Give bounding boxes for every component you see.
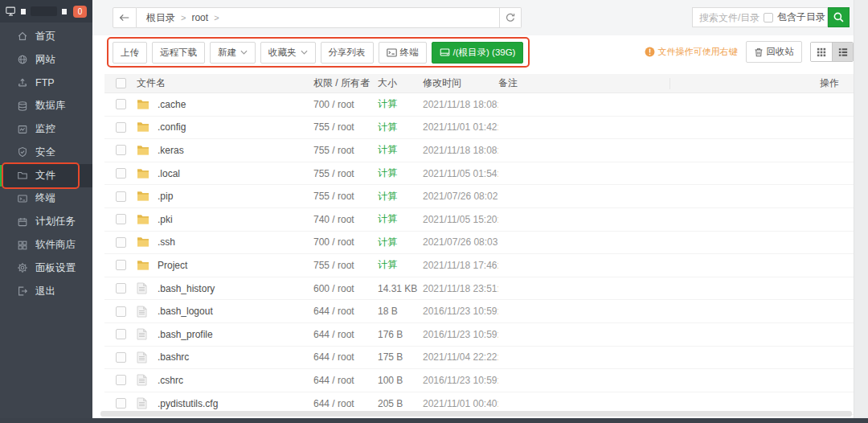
file-size[interactable]: 计算 <box>378 121 423 134</box>
list-view-button[interactable] <box>832 43 853 61</box>
sidebar-item-website[interactable]: 网站 <box>0 48 92 72</box>
folder-icon <box>137 214 149 225</box>
file-name[interactable]: Project <box>158 260 187 271</box>
file-modified-time: 2016/11/23 10:59:13 <box>423 329 498 340</box>
file-size[interactable]: 18 B <box>378 306 423 317</box>
file-name[interactable]: .cshrc <box>158 375 183 386</box>
file-modified-time: 2021/11/01 01:42:43 <box>423 121 498 133</box>
file-size[interactable]: 计算 <box>378 258 423 272</box>
file-size[interactable]: 计算 <box>378 166 423 180</box>
file-name[interactable]: .bash_history <box>158 283 215 294</box>
table-row[interactable]: Project 755 / root 计算 2021/11/18 17:46:1… <box>104 254 854 277</box>
table-row[interactable]: .config 755 / root 计算 2021/11/01 01:42:4… <box>104 117 854 140</box>
row-checkbox[interactable] <box>116 191 126 202</box>
new-button[interactable]: 新建 <box>210 42 256 64</box>
select-all-checkbox[interactable] <box>116 78 126 88</box>
file-name[interactable]: .local <box>158 168 180 179</box>
row-checkbox[interactable] <box>116 122 126 133</box>
folder-icon <box>137 121 149 133</box>
table-row[interactable]: .bash_logout 644 / root 18 B 2016/11/23 … <box>104 300 854 323</box>
table-row[interactable]: .bashrc 644 / root 175 B 2021/11/04 22:2… <box>104 347 854 370</box>
file-modified-time: 2021/11/01 00:40:06 <box>423 398 498 409</box>
refresh-button[interactable] <box>500 7 522 28</box>
row-checkbox[interactable] <box>116 214 126 224</box>
table-row[interactable]: .ssh 700 / root 计算 2021/07/26 08:03:51 <box>104 232 854 255</box>
remote-download-button[interactable]: 远程下载 <box>152 42 205 64</box>
table-row[interactable]: .local 755 / root 计算 2021/11/05 01:54:08 <box>104 162 854 186</box>
sidebar-item-appstore[interactable]: 软件商店 <box>0 233 92 257</box>
sidebar-item-settings[interactable]: 面板设置 <box>0 257 92 280</box>
file-name[interactable]: .bash_logout <box>158 306 213 317</box>
file-permission-owner: 700 / root <box>313 236 378 248</box>
home-icon <box>17 31 28 42</box>
sidebar-item-cron[interactable]: 计划任务 <box>0 210 92 233</box>
file-name[interactable]: .pki <box>158 214 173 225</box>
file-name[interactable]: .pip <box>158 191 173 202</box>
horizontal-scrollbar[interactable] <box>100 411 852 417</box>
row-checkbox[interactable] <box>116 237 126 248</box>
file-size[interactable]: 计算 <box>378 97 423 111</box>
notification-badge[interactable]: 0 <box>73 6 87 18</box>
share-list-button[interactable]: 分享列表 <box>321 42 374 64</box>
file-size[interactable]: 176 B <box>378 329 423 340</box>
sidebar-item-database[interactable]: 数据库 <box>0 94 92 117</box>
file-size[interactable]: 175 B <box>378 351 423 363</box>
row-checkbox[interactable] <box>116 283 126 294</box>
row-checkbox[interactable] <box>116 145 126 155</box>
sidebar-item-monitor[interactable]: 监控 <box>0 117 92 141</box>
breadcrumb-root[interactable]: 根目录 <box>146 11 175 25</box>
file-size[interactable]: 计算 <box>378 143 423 157</box>
row-checkbox[interactable] <box>116 306 126 317</box>
sidebar-item-home[interactable]: 首页 <box>0 25 92 48</box>
table-row[interactable]: .pki 740 / root 计算 2021/11/05 15:20:26 <box>104 208 854 232</box>
row-checkbox[interactable] <box>116 398 126 409</box>
file-modified-time: 2021/11/05 01:54:08 <box>423 168 498 179</box>
header-modified-time[interactable]: 修改时间 <box>423 76 498 90</box>
table-row[interactable]: .keras 755 / root 计算 2021/11/18 18:08:35 <box>104 139 854 162</box>
file-name[interactable]: .cache <box>158 99 186 110</box>
breadcrumb-segment[interactable]: root <box>191 12 208 23</box>
row-checkbox[interactable] <box>116 168 126 179</box>
search-button[interactable] <box>828 7 850 27</box>
sidebar-item-logout[interactable]: 退出 <box>0 280 92 303</box>
table-row[interactable]: .pip 755 / root 计算 2021/07/26 08:02:15 <box>104 185 854 208</box>
upload-button[interactable]: 上传 <box>113 42 147 64</box>
file-permission-owner: 644 / root <box>313 351 378 363</box>
sidebar-item-files[interactable]: 文件 <box>0 164 92 187</box>
table-row[interactable]: .cshrc 644 / root 100 B 2016/11/23 10:59… <box>104 369 854 392</box>
file-size[interactable]: 计算 <box>378 190 423 203</box>
file-size[interactable]: 14.31 KB <box>378 283 423 294</box>
row-checkbox[interactable] <box>116 99 126 109</box>
file-name[interactable]: .ssh <box>158 236 175 248</box>
row-checkbox[interactable] <box>116 352 126 363</box>
sidebar-item-ftp[interactable]: FTP <box>0 72 92 95</box>
table-row[interactable]: .bash_profile 644 / root 176 B 2016/11/2… <box>104 323 854 347</box>
back-button[interactable] <box>113 7 137 28</box>
include-subdir-checkbox[interactable] <box>764 13 773 23</box>
recycle-bin-button[interactable]: 回收站 <box>746 41 803 63</box>
file-name[interactable]: .bash_profile <box>158 329 213 340</box>
header-filename[interactable]: 文件名 <box>137 76 313 90</box>
file-name[interactable]: .config <box>158 121 186 133</box>
file-name[interactable]: .pydistutils.cfg <box>158 398 218 409</box>
sidebar-item-terminal[interactable]: 终端 <box>0 187 92 211</box>
disk-root-button[interactable]: /(根目录) (39G) <box>432 42 524 64</box>
header-size[interactable]: 大小 <box>378 76 423 90</box>
terminal-button[interactable]: 终端 <box>379 42 427 64</box>
file-name[interactable]: .keras <box>158 145 184 156</box>
row-checkbox[interactable] <box>116 260 126 270</box>
row-checkbox[interactable] <box>116 375 126 385</box>
right-click-hint: 文件操作可使用右键 <box>645 46 738 58</box>
file-size[interactable]: 100 B <box>378 375 423 386</box>
file-size[interactable]: 计算 <box>378 212 423 226</box>
favorites-button[interactable]: 收藏夹 <box>260 42 316 64</box>
file-name[interactable]: .bashrc <box>158 351 189 363</box>
row-checkbox[interactable] <box>116 329 126 339</box>
sidebar-item-security[interactable]: 安全 <box>0 141 92 164</box>
search-input[interactable] <box>693 9 764 26</box>
grid-view-button[interactable] <box>811 43 832 61</box>
file-size[interactable]: 计算 <box>378 236 423 249</box>
table-row[interactable]: .cache 700 / root 计算 2021/11/18 18:08:38 <box>104 93 854 117</box>
table-row[interactable]: .bash_history 600 / root 14.31 KB 2021/1… <box>104 277 854 301</box>
file-size[interactable]: 205 B <box>378 398 423 409</box>
